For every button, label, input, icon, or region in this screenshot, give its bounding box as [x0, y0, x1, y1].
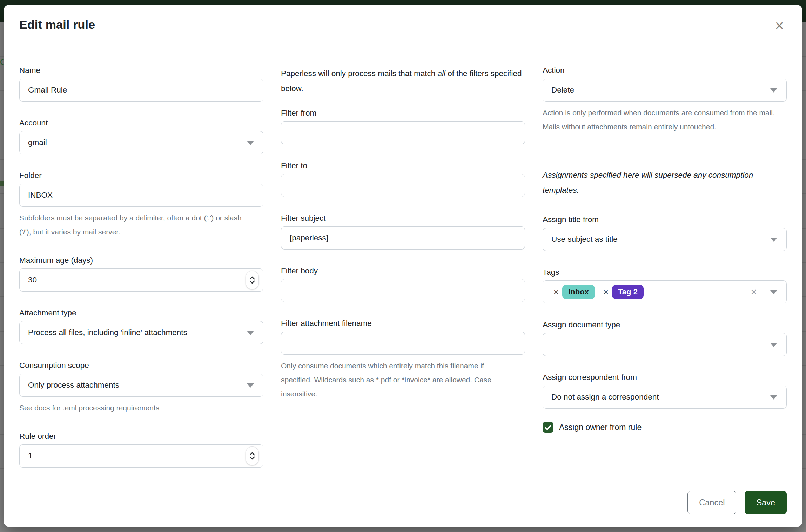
filter-attachment-filename-help-text: Only consume documents which entirely ma… [281, 359, 516, 401]
consumption-scope-help-text: See docs for .eml processing requirement… [19, 401, 254, 415]
rule-order-label: Rule order [19, 432, 263, 441]
folder-label: Folder [19, 171, 263, 180]
filter-attachment-filename-input[interactable] [281, 332, 525, 355]
field-assign-title-from: Assign title from Use subject as title [543, 215, 787, 251]
chevron-down-icon [247, 331, 254, 335]
attachment-type-select-value: Process all files, including 'inline' at… [28, 328, 255, 337]
chevron-down-icon [770, 395, 777, 400]
field-filter-body: Filter body [281, 266, 525, 302]
filter-subject-input[interactable] [281, 226, 525, 250]
dialog-title: Edit mail rule [19, 18, 787, 32]
field-rule-order: Rule order 1 [19, 432, 263, 468]
assign-title-from-select-value: Use subject as title [551, 235, 778, 244]
chevron-up-icon [249, 452, 255, 456]
chevron-down-icon[interactable] [770, 290, 777, 294]
attachment-type-select[interactable]: Process all files, including 'inline' at… [19, 321, 263, 344]
filters-intro-emphasis: all [437, 69, 445, 78]
filter-body-input[interactable] [281, 279, 525, 302]
dialog-header: Edit mail rule × [4, 5, 802, 51]
assign-owner-label: Assign owner from rule [559, 423, 642, 432]
assign-correspondent-from-select-value: Do not assign a correspondent [551, 393, 778, 402]
filter-from-input[interactable] [281, 121, 525, 144]
tags-multiselect[interactable]: × Inbox × Tag 2 × [543, 280, 787, 303]
field-tags: Tags × Inbox × Tag 2 × [543, 268, 787, 303]
filter-body-label: Filter body [281, 266, 525, 275]
field-max-age: Maximum age (days) 30 [19, 256, 263, 292]
max-age-stepper[interactable] [246, 271, 259, 289]
assign-title-from-select[interactable]: Use subject as title [543, 228, 787, 251]
backdrop-green-row-fragment [0, 181, 4, 186]
field-attachment-type: Attachment type Process all files, inclu… [19, 308, 263, 344]
save-button[interactable]: Save [745, 491, 787, 514]
folder-help-text: Subfolders must be separated by a delimi… [19, 211, 254, 239]
action-help-text: Action is only performed when documents … [543, 106, 778, 134]
assign-document-type-label: Assign document type [543, 320, 787, 329]
filters-intro-text: Paperless will only process mails that m… [281, 66, 523, 96]
filter-subject-label: Filter subject [281, 214, 525, 223]
filter-attachment-filename-label: Filter attachment filename [281, 319, 525, 328]
column-actions: Action Delete Action is only performed w… [543, 66, 787, 484]
rule-order-input-wrap: 1 [19, 444, 263, 468]
rule-order-value: 1 [28, 451, 255, 461]
account-select[interactable]: gmail [19, 131, 263, 154]
tag-chip-tag-2: Tag 2 [612, 285, 644, 299]
backdrop-text-fragment: d [0, 53, 4, 69]
tags-label: Tags [543, 268, 787, 277]
assignments-note-text: Assignments specified here will supersed… [543, 168, 785, 198]
name-input[interactable] [19, 79, 263, 102]
close-icon: × [775, 17, 784, 34]
chevron-down-icon [249, 280, 255, 284]
attachment-type-label: Attachment type [19, 308, 263, 318]
account-select-value: gmail [28, 138, 255, 147]
max-age-label: Maximum age (days) [19, 256, 263, 265]
field-filter-subject: Filter subject [281, 214, 525, 250]
assign-correspondent-from-select[interactable]: Do not assign a correspondent [543, 386, 787, 409]
dialog-body: Name Account gmail Folder Subfolders mus… [4, 51, 802, 484]
chevron-down-icon [770, 88, 777, 93]
field-filter-from: Filter from [281, 109, 525, 144]
action-select-value: Delete [551, 86, 778, 95]
filter-to-label: Filter to [281, 161, 525, 170]
field-action: Action Delete Action is only performed w… [543, 66, 787, 134]
assign-correspondent-from-label: Assign correspondent from [543, 373, 787, 382]
chevron-down-icon [770, 238, 777, 242]
tag-chip-inbox: Inbox [562, 285, 595, 299]
filter-from-label: Filter from [281, 109, 525, 118]
field-folder: Folder Subfolders must be separated by a… [19, 171, 263, 239]
field-assign-document-type: Assign document type [543, 320, 787, 356]
tag-2-remove-icon[interactable]: × [600, 287, 612, 298]
chevron-down-icon [249, 456, 255, 460]
dialog-footer: Cancel Save [4, 478, 802, 527]
close-button[interactable]: × [770, 16, 788, 35]
tag-inbox-remove-icon[interactable]: × [550, 287, 562, 298]
folder-input[interactable] [19, 184, 263, 207]
field-assign-owner: Assign owner from rule [543, 422, 787, 433]
assign-title-from-label: Assign title from [543, 215, 787, 224]
cancel-button[interactable]: Cancel [687, 491, 736, 514]
consumption-scope-select[interactable]: Only process attachments [19, 374, 263, 397]
field-consumption-scope: Consumption scope Only process attachmen… [19, 361, 263, 415]
consumption-scope-select-value: Only process attachments [28, 381, 255, 390]
field-filter-attachment-filename: Filter attachment filename Only consume … [281, 319, 525, 401]
rule-order-stepper[interactable] [246, 446, 259, 465]
filter-to-input[interactable] [281, 174, 525, 197]
account-label: Account [19, 118, 263, 128]
chevron-down-icon [247, 141, 254, 145]
name-label: Name [19, 66, 263, 75]
field-account: Account gmail [19, 118, 263, 154]
tags-clear-icon[interactable]: × [751, 286, 757, 298]
chevron-up-icon [249, 276, 255, 280]
chevron-down-icon [247, 383, 254, 388]
filters-intro-pre: Paperless will only process mails that m… [281, 69, 437, 78]
assign-owner-checkbox[interactable] [543, 422, 553, 433]
action-label: Action [543, 66, 787, 75]
assign-document-type-select[interactable] [543, 333, 787, 356]
field-assign-correspondent-from: Assign correspondent from Do not assign … [543, 373, 787, 409]
chevron-down-icon [770, 343, 777, 347]
max-age-input-wrap: 30 [19, 268, 263, 292]
column-general: Name Account gmail Folder Subfolders mus… [19, 66, 263, 484]
edit-mail-rule-dialog: Edit mail rule × Name Account gmail Fold… [4, 5, 802, 527]
consumption-scope-label: Consumption scope [19, 361, 263, 370]
action-select[interactable]: Delete [543, 79, 787, 102]
max-age-value: 30 [28, 275, 255, 285]
